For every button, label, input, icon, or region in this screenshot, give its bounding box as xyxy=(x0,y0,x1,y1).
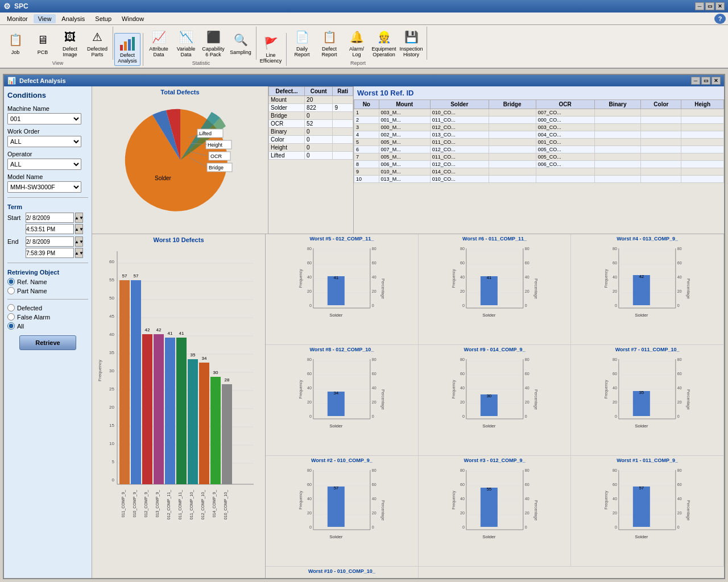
line-efficiency-button[interactable]: 🚩 Line Efficiency xyxy=(258,33,284,66)
job-button[interactable]: 📋 Job xyxy=(2,27,28,60)
defect-image-button[interactable]: 🖼 Defect Image xyxy=(57,27,83,60)
menu-analysis[interactable]: Analysis xyxy=(57,14,89,23)
line-efficiency-icon: 🚩 xyxy=(262,35,280,52)
job-icon: 📋 xyxy=(6,31,24,49)
menu-setup[interactable]: Setup xyxy=(90,14,116,23)
capability-6pack-icon: ⬛ xyxy=(204,28,222,45)
help-button[interactable]: ? xyxy=(714,14,726,24)
equipment-operation-button[interactable]: 👷 Equipment Operation xyxy=(371,27,397,60)
defect-image-label: Defect Image xyxy=(59,47,81,58)
minimize-button[interactable]: ─ xyxy=(695,2,704,10)
toolbar: 📋 Job 🖥 PCB 🖼 Defect Image ⚠ Defected Pa… xyxy=(0,25,728,69)
restore-button[interactable]: ▭ xyxy=(705,2,714,10)
svg-rect-2 xyxy=(128,39,131,51)
app-title: SPC xyxy=(14,2,695,10)
statistic-group-label: Statistic xyxy=(192,60,210,66)
menu-monitor[interactable]: Monitor xyxy=(2,14,32,23)
menu-window[interactable]: Window xyxy=(117,14,148,23)
inspection-history-icon: 💾 xyxy=(402,28,420,45)
attribute-data-button[interactable]: 📈 Attribute Data xyxy=(146,27,172,60)
equipment-operation-label: Equipment Operation xyxy=(371,47,396,58)
job-label: Job xyxy=(11,50,20,56)
defect-analysis-label: Defect Analysis xyxy=(116,53,139,64)
svg-rect-1 xyxy=(124,41,127,51)
alarm-log-icon: 🔔 xyxy=(348,28,366,45)
capability-6pack-button[interactable]: ⬛ Capability 6 Pack xyxy=(200,27,226,60)
menu-view[interactable]: View xyxy=(34,14,56,23)
defect-analysis-icon xyxy=(118,35,136,52)
daily-report-label: Daily Report xyxy=(291,47,313,58)
pcb-label: PCB xyxy=(38,50,48,56)
inspection-history-label: Inspection History xyxy=(399,47,423,58)
capability-6pack-label: Capability 6 Pack xyxy=(202,47,225,58)
equipment-operation-icon: 👷 xyxy=(375,28,393,45)
defected-parts-label: Defected Parts xyxy=(86,47,109,58)
svg-rect-0 xyxy=(120,45,123,51)
defect-analysis-button[interactable]: Defect Analysis xyxy=(114,33,140,66)
defect-report-label: Defect Report xyxy=(318,47,341,58)
report-group-label: Report xyxy=(350,60,366,66)
line-efficiency-label: Line Efficiency xyxy=(259,53,282,64)
alarm-log-label: Alarm/ Log xyxy=(345,47,368,58)
pcb-button[interactable]: 🖥 PCB xyxy=(30,27,56,60)
inspection-history-button[interactable]: 💾 Inspection History xyxy=(398,27,424,60)
variable-data-label: Variable Data xyxy=(175,47,197,58)
defected-parts-icon: ⚠ xyxy=(88,28,106,45)
sampling-button[interactable]: 🔍 Sampling xyxy=(228,27,254,60)
sampling-label: Sampling xyxy=(230,50,251,56)
svg-rect-3 xyxy=(132,37,135,51)
sampling-icon: 🔍 xyxy=(231,31,250,49)
attribute-data-icon: 📈 xyxy=(150,28,168,45)
view-group-label: View xyxy=(52,60,63,66)
defect-report-icon: 📋 xyxy=(320,28,338,45)
daily-report-icon: 📄 xyxy=(293,28,311,45)
variable-data-icon: 📉 xyxy=(177,28,195,45)
close-button[interactable]: ✕ xyxy=(715,2,725,10)
attribute-data-label: Attribute Data xyxy=(147,47,170,58)
defect-image-icon: 🖼 xyxy=(61,28,79,45)
alarm-log-button[interactable]: 🔔 Alarm/ Log xyxy=(344,27,370,60)
variable-data-button[interactable]: 📉 Variable Data xyxy=(173,27,199,60)
defect-report-button[interactable]: 📋 Defect Report xyxy=(316,27,342,60)
pcb-icon: 🖥 xyxy=(34,31,52,49)
menu-bar: Monitor View Analysis Setup Window ? xyxy=(0,13,728,25)
daily-report-button[interactable]: 📄 Daily Report xyxy=(289,27,315,60)
defected-parts-button[interactable]: ⚠ Defected Parts xyxy=(84,27,110,60)
